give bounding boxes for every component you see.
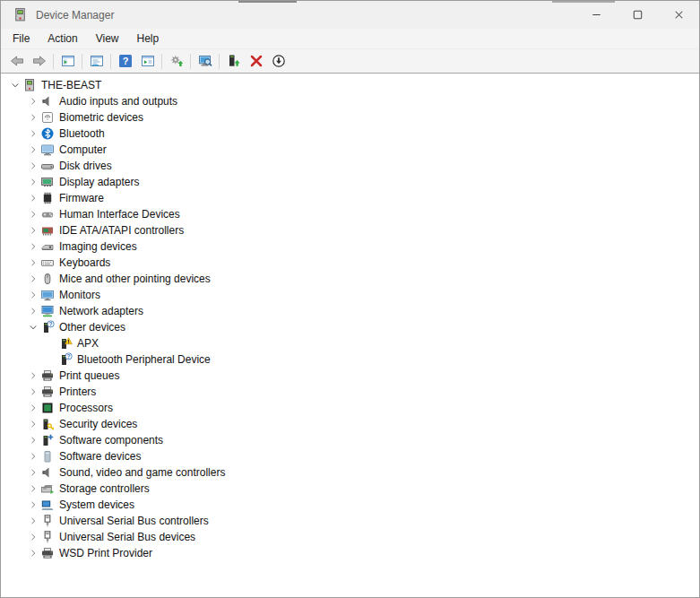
tree-item-bluetooth-peripheral-device[interactable]: ?Bluetooth Peripheral Device (1, 351, 699, 368)
properties-icon (90, 54, 104, 68)
chevron-right-icon[interactable] (26, 223, 40, 238)
toolbar-separator (161, 54, 162, 69)
show-action-pane-button[interactable] (136, 51, 159, 71)
mouse-icon (40, 272, 55, 286)
tree-item-label: Software components (59, 434, 163, 446)
chevron-right-icon[interactable] (26, 191, 40, 205)
update-driver-button[interactable] (165, 51, 187, 71)
tree-item-other-devices[interactable]: ?Other devices (1, 319, 699, 335)
tree-item-processors[interactable]: Processors (1, 400, 699, 416)
tree-item-the-beast[interactable]: THE-BEAST (1, 77, 699, 93)
tree-item-ide-ata-atapi-controllers[interactable]: IDE ATA/ATAPI controllers (1, 222, 699, 238)
tree-item-system-devices[interactable]: System devices (1, 497, 699, 513)
back-button[interactable] (5, 51, 28, 71)
tree-item-label: IDE ATA/ATAPI controllers (59, 224, 184, 237)
chevron-right-icon[interactable] (26, 449, 40, 464)
tree-item-label: Bluetooth (59, 127, 105, 140)
chevron-right-icon[interactable] (26, 110, 40, 125)
menu-item-action[interactable]: Action (39, 30, 86, 48)
tree-item-computer[interactable]: Computer (1, 142, 699, 158)
maximize-button[interactable] (617, 1, 658, 29)
properties-button[interactable] (85, 51, 108, 71)
tree-item-label: Software devices (59, 450, 141, 463)
chevron-right-icon[interactable] (26, 239, 40, 254)
disable-device-button[interactable] (267, 51, 290, 71)
close-button[interactable] (658, 1, 699, 29)
tree-item-print-queues[interactable]: Print queues (1, 368, 699, 384)
tree-item-label: APX (77, 337, 99, 350)
tree-item-label: Disk drives (59, 160, 112, 172)
tree-item-label: Print queues (59, 369, 119, 382)
tree-item-network-adapters[interactable]: Network adapters (1, 303, 699, 319)
tree-item-apx[interactable]: APX (1, 335, 699, 351)
tree-item-bluetooth[interactable]: Bluetooth (1, 126, 699, 142)
tree-item-label: Printers (59, 386, 96, 398)
chevron-right-icon[interactable] (26, 175, 40, 189)
chevron-right-icon[interactable] (26, 159, 40, 173)
chevron-right-icon[interactable] (26, 433, 40, 447)
chevron-right-icon[interactable] (26, 126, 40, 141)
menu-item-view[interactable]: View (87, 30, 128, 48)
chevron-right-icon[interactable] (26, 530, 40, 544)
chevron-down-icon[interactable] (8, 78, 22, 92)
help-button[interactable]: ? (114, 51, 136, 71)
chevron-down-icon[interactable] (26, 320, 40, 334)
tree-item-firmware[interactable]: Firmware (1, 190, 699, 206)
title-bar: Device Manager (1, 1, 699, 29)
chevron-right-icon[interactable] (26, 207, 40, 221)
tree-item-software-devices[interactable]: Software devices (1, 448, 699, 464)
maximize-icon (631, 8, 644, 22)
scan-for-hardware-changes-button[interactable] (194, 51, 216, 71)
menu-item-help[interactable]: Help (128, 30, 169, 48)
chevron-right-icon[interactable] (26, 546, 40, 560)
chevron-right-icon[interactable] (26, 481, 40, 496)
minimize-button[interactable] (575, 1, 617, 29)
chevron-right-icon[interactable] (26, 256, 40, 270)
menu-item-file[interactable]: File (4, 30, 39, 48)
tree-item-label: Storage controllers (59, 482, 150, 495)
chevron-right-icon[interactable] (26, 401, 40, 415)
uninstall-device-button[interactable] (245, 51, 267, 71)
expander-spacer (44, 336, 58, 351)
tree-item-sound-video-and-game-controllers[interactable]: Sound, video and game controllers (1, 464, 699, 481)
speaker-icon (40, 94, 55, 108)
chevron-right-icon[interactable] (26, 94, 40, 108)
tree-item-software-components[interactable]: Software components (1, 432, 699, 448)
monitors-icon (40, 288, 55, 302)
tree-item-mice-and-other-pointing-devices[interactable]: Mice and other pointing devices (1, 271, 699, 287)
tree-item-display-adapters[interactable]: Display adapters (1, 174, 699, 190)
tree-item-keyboards[interactable]: Keyboards (1, 255, 699, 271)
tree-item-security-devices[interactable]: Security devices (1, 416, 699, 432)
tree-item-universal-serial-bus-controllers[interactable]: Universal Serial Bus controllers (1, 513, 699, 529)
tree-item-biometric-devices[interactable]: Biometric devices (1, 109, 699, 126)
chevron-right-icon[interactable] (26, 514, 40, 528)
chevron-right-icon[interactable] (26, 465, 40, 480)
tree-item-printers[interactable]: Printers (1, 384, 699, 400)
chevron-right-icon[interactable] (26, 385, 40, 399)
show-console-tree-button[interactable] (56, 51, 79, 71)
warning-device-icon (58, 336, 73, 351)
chevron-right-icon[interactable] (26, 143, 40, 157)
chevron-right-icon[interactable] (26, 272, 40, 286)
forward-button[interactable] (28, 51, 50, 71)
processor-icon (40, 401, 55, 415)
tree-item-monitors[interactable]: Monitors (1, 287, 699, 303)
tree-item-wsd-print-provider[interactable]: WSD Print Provider (1, 545, 699, 561)
chevron-right-icon[interactable] (26, 304, 40, 318)
chevron-right-icon[interactable] (26, 498, 40, 512)
tree-item-audio-inputs-and-outputs[interactable]: Audio inputs and outputs (1, 93, 699, 109)
tree-item-universal-serial-bus-devices[interactable]: Universal Serial Bus devices (1, 529, 699, 545)
minimize-icon (590, 8, 603, 22)
tree-item-label: Firmware (59, 192, 104, 204)
add-drivers-button[interactable] (222, 51, 245, 71)
tree-item-disk-drives[interactable]: Disk drives (1, 158, 699, 174)
chevron-right-icon[interactable] (26, 288, 40, 302)
printer-icon (40, 385, 55, 399)
unknown-device-icon: ? (40, 320, 55, 334)
tree-item-storage-controllers[interactable]: Storage controllers (1, 481, 699, 497)
svg-text:?: ? (122, 56, 128, 66)
chevron-right-icon[interactable] (26, 417, 40, 431)
tree-item-human-interface-devices[interactable]: Human Interface Devices (1, 206, 699, 222)
tree-item-imaging-devices[interactable]: Imaging devices (1, 238, 699, 255)
chevron-right-icon[interactable] (26, 368, 40, 383)
